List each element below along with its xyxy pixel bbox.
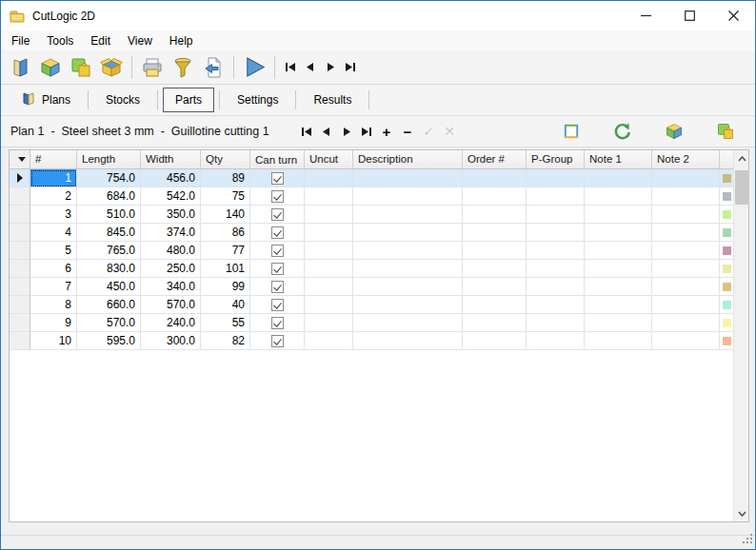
cell-order[interactable] [463,224,527,242]
cell-note-2[interactable] [652,278,720,296]
cell-can-turn[interactable] [250,187,305,206]
cell-note-1[interactable] [585,224,652,242]
cell-row-number[interactable]: 3 [30,206,77,224]
header-length[interactable]: Length [77,150,141,168]
can-turn-checkbox[interactable] [271,299,284,311]
cell-width[interactable]: 542.0 [141,187,201,206]
cell-note-2[interactable] [652,332,720,350]
cell-order[interactable] [463,278,527,296]
post-edit-button[interactable]: ✓ [418,124,439,139]
cell-can-turn[interactable] [250,278,305,296]
cell-row-number[interactable]: 10 [30,332,77,350]
can-turn-checkbox[interactable] [271,226,284,239]
cell-order[interactable] [463,242,527,260]
header-width[interactable]: Width [141,150,201,168]
cell-width[interactable]: 340.0 [141,278,201,296]
row-selector[interactable] [10,278,30,296]
cell-uncut[interactable] [305,296,353,314]
cell-length[interactable]: 754.0 [77,169,141,187]
stocks-cube-button[interactable] [36,53,65,82]
cell-uncut[interactable] [305,242,353,260]
cell-length[interactable]: 510.0 [77,206,141,224]
scroll-up-icon[interactable] [734,150,750,167]
cell-qty[interactable]: 40 [201,296,250,314]
can-turn-checkbox[interactable] [271,190,284,203]
header-qty[interactable]: Qty [201,150,250,168]
header-p-group[interactable]: P-Group [527,150,585,168]
record-last-button[interactable] [356,122,376,142]
row-selector[interactable] [10,260,30,278]
cell-row-number[interactable]: 9 [30,314,77,332]
row-selector[interactable] [10,169,30,187]
cell-description[interactable] [353,296,463,314]
cell-p-group[interactable] [527,224,585,242]
can-turn-checkbox[interactable] [271,208,284,221]
record-first-button[interactable] [296,122,316,142]
cell-note-2[interactable] [652,206,720,224]
can-turn-checkbox[interactable] [271,317,284,329]
cell-description[interactable] [353,242,463,260]
nav-next-button[interactable] [320,57,340,77]
table-row[interactable]: 9 570.0 240.0 55 [10,314,733,332]
row-selector[interactable] [10,187,30,206]
scroll-down-icon[interactable] [734,505,750,521]
cell-row-number[interactable]: 5 [30,242,77,260]
cell-can-turn[interactable] [250,296,305,314]
cell-qty[interactable]: 99 [201,278,250,296]
print-button[interactable] [138,53,167,82]
record-prev-button[interactable] [316,122,336,142]
cell-description[interactable] [353,224,463,242]
cell-uncut[interactable] [305,224,353,242]
cell-p-group[interactable] [527,278,585,296]
nav-first-button[interactable] [280,57,300,77]
cell-row-number[interactable]: 4 [30,224,77,242]
cell-description[interactable] [353,260,463,278]
table-row[interactable]: 5 765.0 480.0 77 [10,242,733,260]
maximize-button[interactable] [667,1,711,30]
table-row[interactable]: 7 450.0 340.0 99 [10,278,733,296]
header-note-2[interactable]: Note 2 [652,150,720,168]
cell-order[interactable] [463,314,527,332]
cell-length[interactable]: 765.0 [77,242,141,260]
tab-results[interactable]: Results [301,88,364,112]
cell-uncut[interactable] [305,314,353,332]
table-row[interactable]: 8 660.0 570.0 40 [10,296,733,314]
cell-note-1[interactable] [585,260,652,278]
cell-p-group[interactable] [527,332,585,350]
cell-p-group[interactable] [527,260,585,278]
cell-can-turn[interactable] [250,169,305,187]
cell-note-2[interactable] [652,314,720,332]
row-selector[interactable] [10,206,30,224]
run-optimization-button[interactable] [240,53,269,82]
cell-width[interactable]: 240.0 [141,314,201,332]
can-turn-checkbox[interactable] [271,263,284,275]
cell-note-2[interactable] [652,169,720,187]
table-row[interactable]: 10 595.0 300.0 82 [10,332,733,350]
close-button[interactable] [711,1,755,30]
cell-note-2[interactable] [652,296,720,314]
title-bar[interactable]: CutLogic 2D [1,1,755,30]
tab-stocks[interactable]: Stocks [93,88,152,112]
menu-file[interactable]: File [3,32,38,49]
cell-description[interactable] [353,278,463,296]
cell-can-turn[interactable] [250,206,305,224]
cell-qty[interactable]: 101 [201,260,250,278]
delete-row-button[interactable]: − [397,124,418,140]
table-row[interactable]: 4 845.0 374.0 86 [10,224,733,242]
column-filter-button[interactable] [10,150,30,168]
header-uncut[interactable]: Uncut [305,150,353,168]
table-row[interactable]: 6 830.0 250.0 101 [10,260,733,278]
cell-length[interactable]: 570.0 [77,314,141,332]
cell-p-group[interactable] [527,242,585,260]
cell-width[interactable]: 570.0 [141,296,201,314]
record-next-button[interactable] [336,122,356,142]
cell-width[interactable]: 350.0 [141,206,201,224]
cell-note-2[interactable] [652,187,720,206]
cell-p-group[interactable] [527,187,585,206]
cell-description[interactable] [353,314,463,332]
cell-uncut[interactable] [305,206,353,224]
cell-note-1[interactable] [585,169,652,187]
cell-qty[interactable]: 77 [201,242,250,260]
cell-note-1[interactable] [585,242,652,260]
cell-row-number[interactable]: 6 [30,260,77,278]
